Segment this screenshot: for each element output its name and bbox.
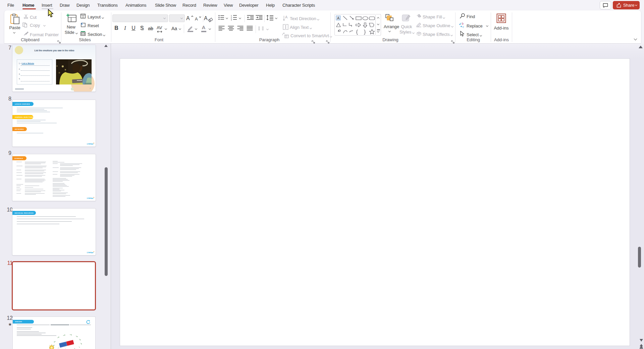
- svg-text:A: A: [204, 15, 208, 21]
- svg-text:3: 3: [231, 19, 232, 21]
- svg-text:A: A: [285, 15, 288, 19]
- svg-text:A: A: [195, 16, 198, 21]
- svg-text:AV: AV: [157, 25, 162, 30]
- svg-text:c: c: [463, 25, 464, 28]
- svg-text:A: A: [337, 16, 340, 20]
- svg-text:A: A: [186, 15, 190, 21]
